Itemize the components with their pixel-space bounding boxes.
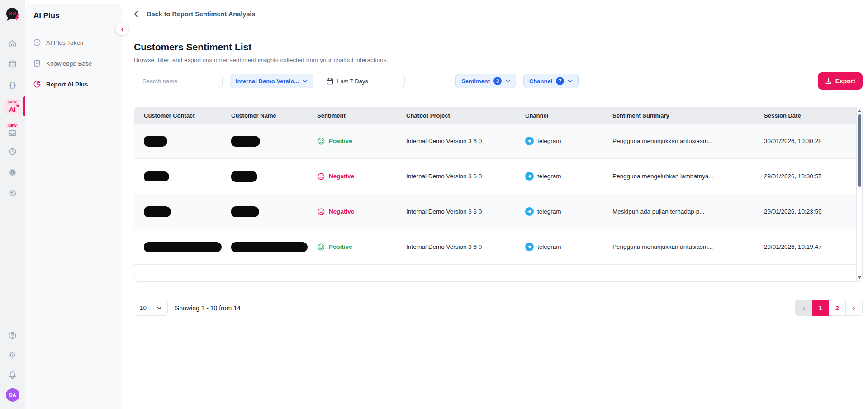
pagination-bar: 10 Showing 1 - 10 from 14 ‹ 1 2 ›	[134, 300, 863, 316]
pie-report-icon	[33, 80, 41, 88]
rail-item-inbox[interactable]: NEW	[2, 119, 23, 141]
table-scrollbar[interactable]	[856, 107, 862, 281]
scrollbar-thumb[interactable]	[858, 114, 861, 187]
rail-nav: { } NEW AI NEW	[2, 33, 23, 204]
page-title: Customers Sentiment List	[134, 42, 863, 52]
filter-bar: Internal Demo Versio... Last 7 Days Sent…	[134, 72, 863, 90]
showing-label: Showing 1 - 10 from 14	[175, 304, 241, 312]
redacted-name	[231, 136, 260, 147]
search-box[interactable]	[134, 74, 223, 88]
chatbot-project-cell: Internal Demo Version 3 6 0	[397, 173, 516, 180]
channel-filter-count: 7	[556, 77, 564, 85]
book-icon	[33, 59, 41, 67]
table-row[interactable]: Negative Internal Demo Version 3 6 0 tel…	[134, 159, 856, 194]
smile-icon	[317, 243, 325, 251]
sentiment-badge: Positive	[308, 243, 397, 251]
telegram-icon	[525, 137, 534, 145]
project-filter-dropdown[interactable]: Internal Demo Versio...	[230, 74, 313, 88]
column-header: Chatbot Project	[397, 112, 516, 119]
sidebar-item-label: Knowledge Base	[46, 60, 92, 67]
chevron-down-icon	[303, 80, 308, 83]
sidebar-item-report-ai-plus[interactable]: Report AI Plus	[25, 74, 122, 95]
sidebar-item-label: AI Plus Token	[46, 39, 83, 46]
sidebar-item-knowledge-base[interactable]: Knowledge Base	[25, 53, 122, 74]
redacted-name	[231, 242, 308, 252]
smile-icon	[317, 137, 325, 145]
column-header: Session Date	[754, 112, 856, 119]
back-link[interactable]: Back to Report Sentiment Analysis	[134, 10, 255, 18]
gauge-icon	[33, 38, 41, 47]
new-badge: NEW	[6, 123, 19, 128]
page-button-2[interactable]: 2	[829, 300, 846, 316]
rail-item-ai[interactable]: NEW AI	[2, 95, 23, 119]
sentiment-filter-count: 3	[493, 77, 502, 85]
help-icon[interactable]	[2, 328, 23, 342]
chevron-down-icon	[568, 80, 573, 83]
export-button[interactable]: Export	[818, 72, 863, 90]
chevron-down-icon	[157, 306, 162, 310]
redacted-name	[231, 171, 257, 182]
download-icon	[825, 78, 832, 85]
session-date-cell: 29/01/2026, 10:23:59	[754, 208, 856, 215]
page-button-1[interactable]: 1	[812, 300, 829, 316]
channel-cell: telegram	[516, 137, 603, 145]
user-avatar[interactable]: OA	[6, 388, 19, 402]
table-row[interactable]: Positive Internal Demo Version 3 6 0 tel…	[134, 124, 856, 159]
sentiment-badge: Negative	[308, 172, 397, 181]
frown-icon	[317, 172, 325, 181]
page-buttons: ‹ 1 2 ›	[795, 300, 863, 316]
arrow-left-icon	[134, 11, 142, 17]
date-range-filter[interactable]: Last 7 Days	[321, 74, 405, 88]
sidebar-item-label: Report AI Plus	[46, 81, 88, 88]
frown-icon	[317, 208, 325, 216]
sentiment-summary-cell: Meskipun ada pujian terhadap p...	[603, 208, 754, 215]
sentiment-summary-cell: Pengguna menunjukkan antusiasm...	[603, 243, 754, 250]
column-header: Sentiment Summary	[603, 112, 754, 119]
session-date-cell: 29/01/2026, 10:30:57	[754, 173, 856, 180]
icon-rail: { } NEW AI NEW ⚙	[0, 0, 25, 409]
search-input[interactable]	[142, 78, 222, 85]
home-icon[interactable]	[2, 33, 23, 53]
session-date-cell: 29/01/2026, 10:19:47	[754, 243, 856, 250]
chatbot-project-cell: Internal Demo Version 3 6 0	[397, 208, 516, 215]
scroll-down-arrow[interactable]	[858, 276, 861, 279]
channel-cell: telegram	[516, 207, 603, 216]
channel-cell: telegram	[516, 172, 603, 181]
database-icon[interactable]	[2, 53, 23, 74]
sentiment-table: Customer Contact Customer Name Sentiment…	[134, 107, 863, 282]
prev-page-button[interactable]: ‹	[795, 300, 812, 316]
chip-icon[interactable]	[2, 162, 23, 183]
redacted-contact	[144, 206, 171, 217]
sidebar: AI Plus AI Plus Token Knowledge Base Rep…	[25, 4, 122, 409]
code-braces-icon[interactable]: { }	[2, 74, 23, 95]
channel-filter-dropdown[interactable]: Channel 7	[523, 74, 579, 88]
settings-gear-icon[interactable]: ⚙	[2, 348, 23, 362]
sidebar-item-ai-plus-token[interactable]: AI Plus Token	[25, 32, 122, 53]
scroll-up-arrow[interactable]	[858, 109, 861, 112]
calendar-icon	[327, 78, 333, 85]
table-row[interactable]: Negative Internal Demo Version 3 6 0 tel…	[134, 194, 856, 229]
back-link-label: Back to Report Sentiment Analysis	[147, 10, 255, 18]
next-page-button[interactable]: ›	[845, 300, 863, 316]
column-header: Customer Name	[222, 112, 308, 119]
table-header-row: Customer Contact Customer Name Sentiment…	[134, 107, 856, 124]
app-logo-icon	[5, 6, 21, 23]
page-size-select[interactable]: 10	[134, 300, 168, 316]
page-subtitle: Browse, filter, and export customer sent…	[134, 57, 863, 63]
column-header: Customer Contact	[134, 112, 222, 119]
notifications-bell-icon[interactable]	[2, 368, 23, 382]
sentiment-badge: Negative	[308, 208, 397, 216]
sidebar-collapse-button[interactable]: ‹	[116, 23, 128, 35]
main-area: ‹ Back to Report Sentiment Analysis Cust…	[122, 0, 868, 409]
sentiment-summary-cell: Pengguna mengeluhkan lambatnya...	[603, 173, 754, 180]
new-badge: NEW	[6, 100, 19, 105]
sentiment-filter-dropdown[interactable]: Sentiment 3	[455, 74, 516, 88]
redacted-contact	[144, 136, 167, 147]
pie-chart-icon[interactable]	[2, 141, 23, 162]
table-row[interactable]: Positive Internal Demo Version 3 6 0 tel…	[134, 229, 856, 265]
active-rail-indicator	[23, 96, 25, 116]
chevron-down-icon	[505, 80, 510, 83]
history-icon[interactable]	[2, 183, 23, 204]
topbar: Back to Report Sentiment Analysis	[122, 0, 868, 28]
telegram-icon	[525, 207, 534, 216]
